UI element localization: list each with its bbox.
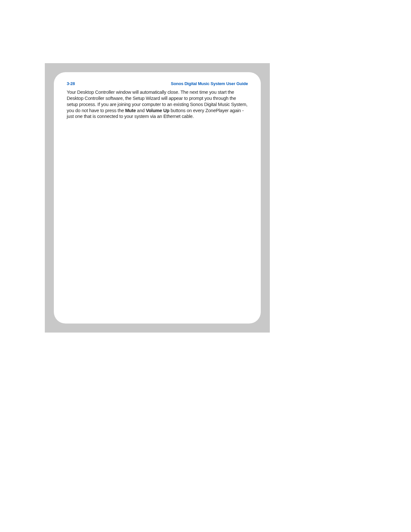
page-header: 3-28 Sonos Digital Music System User Gui… (67, 81, 248, 86)
document-page: 3-28 Sonos Digital Music System User Gui… (54, 72, 261, 324)
bold-volume-up: Volume Up (146, 108, 170, 113)
page-number: 3-28 (67, 81, 75, 86)
body-paragraph: Your Desktop Controller window will auto… (67, 89, 248, 120)
bold-mute: Mute (125, 108, 136, 113)
document-frame: 3-28 Sonos Digital Music System User Gui… (45, 63, 270, 333)
document-title: Sonos Digital Music System User Guide (171, 81, 248, 86)
body-text-segment: and (136, 108, 146, 113)
